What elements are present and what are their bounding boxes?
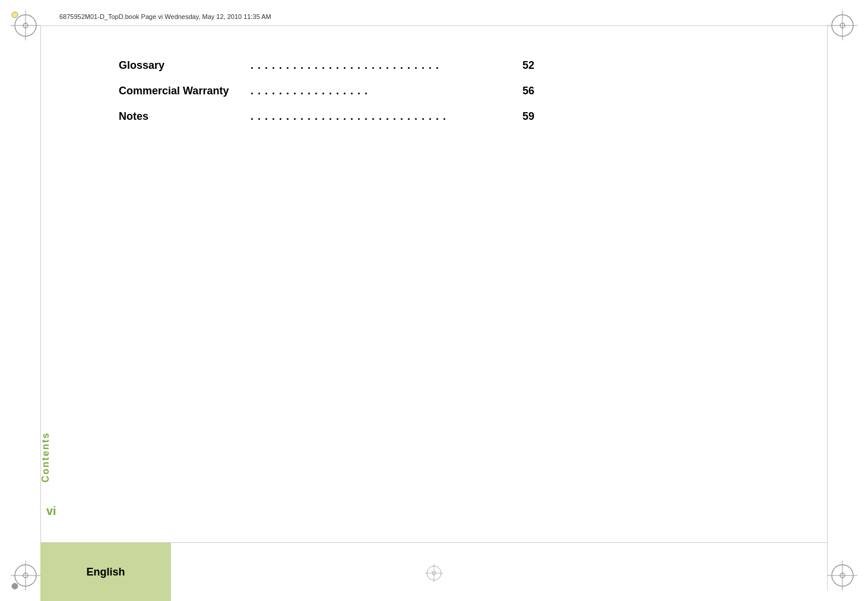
toc-page-warranty: 56: [522, 85, 534, 97]
corner-mark-tr: [828, 11, 857, 40]
english-label: English: [86, 566, 125, 578]
contents-label: Contents: [40, 432, 51, 482]
toc-entry-glossary: Glossary . . . . . . . . . . . . . . . .…: [119, 59, 534, 72]
header-rule: [40, 26, 828, 26]
toc-dots-notes: . . . . . . . . . . . . . . . . . . . . …: [249, 110, 522, 123]
svg-point-13: [12, 583, 18, 589]
header-filename: 6875952M01-D_TopD.book Page vi Wednesday…: [59, 13, 271, 20]
corner-mark-tl: [11, 11, 40, 40]
toc-dots-warranty: . . . . . . . . . . . . . . . . .: [249, 85, 522, 97]
toc-title-warranty: Commercial Warranty: [119, 85, 249, 97]
corner-mark-bl: [11, 561, 40, 590]
toc-page-notes: 59: [522, 110, 534, 123]
toc-container: Glossary . . . . . . . . . . . . . . . .…: [119, 59, 534, 136]
toc-page-glossary: 52: [522, 59, 534, 72]
right-border: [827, 26, 828, 590]
svg-point-4: [12, 12, 18, 18]
toc-entry-notes: Notes . . . . . . . . . . . . . . . . . …: [119, 110, 534, 123]
corner-mark-br: [828, 561, 857, 590]
toc-title-notes: Notes: [119, 110, 249, 123]
toc-entry-warranty: Commercial Warranty . . . . . . . . . . …: [119, 85, 534, 97]
page-number: vi: [46, 504, 56, 518]
center-bottom-crosshair: [425, 564, 443, 584]
toc-title-glossary: Glossary: [119, 59, 249, 72]
page: 6875952M01-D_TopD.book Page vi Wednesday…: [0, 0, 868, 601]
toc-dots-glossary: . . . . . . . . . . . . . . . . . . . . …: [249, 59, 522, 72]
english-tab: English: [40, 543, 171, 601]
